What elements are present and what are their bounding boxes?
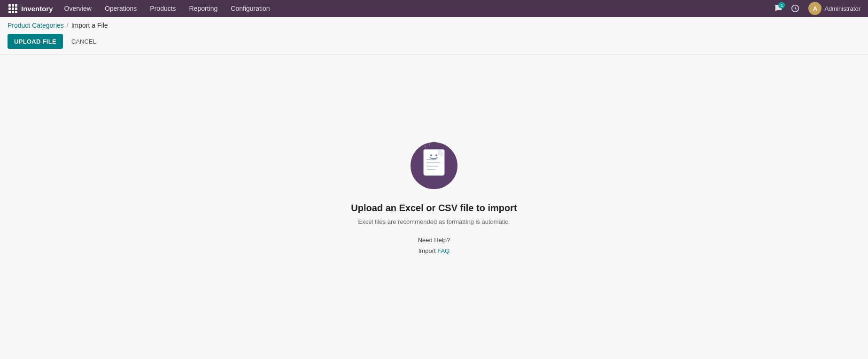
user-menu[interactable]: A Administrator <box>805 1 864 16</box>
clock-button[interactable] <box>788 1 803 16</box>
brand-logo[interactable]: Inventory <box>4 4 58 13</box>
svg-point-7 <box>430 154 432 156</box>
cancel-button[interactable]: CANCEL <box>67 34 101 49</box>
breadcrumb-parent[interactable]: Product Categories <box>8 22 64 29</box>
breadcrumb-separator: / <box>67 22 69 29</box>
breadcrumb: Product Categories / Import a File <box>0 17 868 32</box>
help-section: Need Help? Import FAQ <box>418 235 450 257</box>
topnav-item-configuration[interactable]: Configuration <box>224 0 276 17</box>
topnav-menu: Overview Operations Products Reporting C… <box>58 0 771 17</box>
avatar: A <box>808 2 822 15</box>
help-text: Need Help? <box>418 235 450 245</box>
upload-heading: Upload an Excel or CSV file to import <box>351 203 517 214</box>
upload-file-button[interactable]: UPLOAD FILE <box>8 34 63 49</box>
topnav: Inventory Overview Operations Products R… <box>0 0 868 17</box>
app-name: Inventory <box>21 5 53 13</box>
messages-badge: 1 <box>778 2 785 8</box>
upload-svg-illustration <box>406 135 462 191</box>
topnav-item-overview[interactable]: Overview <box>58 0 98 17</box>
topnav-item-operations[interactable]: Operations <box>98 0 143 17</box>
svg-point-8 <box>435 154 437 156</box>
topnav-right: 1 A Administrator <box>771 1 864 16</box>
clock-icon <box>791 4 799 13</box>
topnav-item-products[interactable]: Products <box>143 0 182 17</box>
topnav-item-reporting[interactable]: Reporting <box>183 0 225 17</box>
faq-prefix: Import <box>418 247 437 254</box>
toolbar: UPLOAD FILE CANCEL <box>0 32 868 54</box>
faq-line: Import FAQ <box>418 245 450 256</box>
breadcrumb-current: Import a File <box>71 22 108 29</box>
grid-icon <box>8 4 17 13</box>
upload-illustration <box>406 135 462 191</box>
faq-link[interactable]: FAQ <box>437 247 450 254</box>
user-name: Administrator <box>824 5 860 12</box>
upload-subtext: Excel files are recommended as formattin… <box>358 218 510 225</box>
main-content: Upload an Excel or CSV file to import Ex… <box>0 55 868 327</box>
messages-button[interactable]: 1 <box>771 1 786 16</box>
